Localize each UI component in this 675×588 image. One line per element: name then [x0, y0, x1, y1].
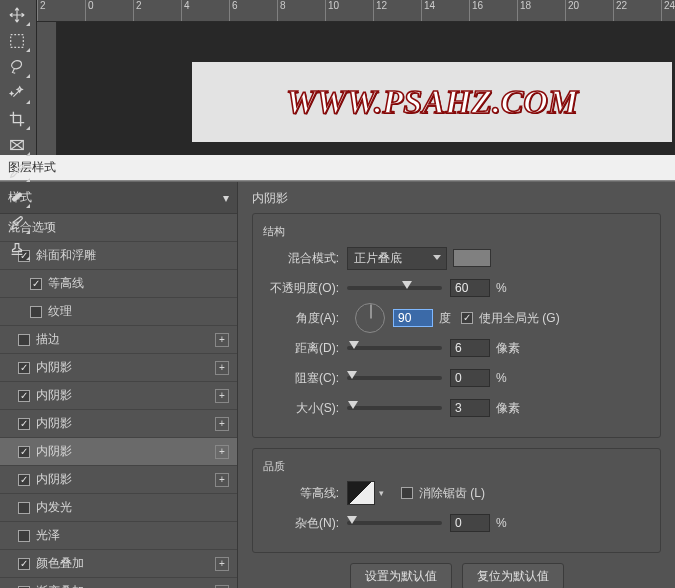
- marquee-tool[interactable]: [3, 29, 31, 53]
- fx-add-button[interactable]: +: [215, 585, 229, 589]
- style-label: 内阴影: [36, 415, 72, 432]
- fx-add-button[interactable]: +: [215, 361, 229, 375]
- style-label: 内阴影: [36, 359, 72, 376]
- contour-picker[interactable]: [347, 481, 375, 505]
- style-checkbox[interactable]: [18, 362, 30, 374]
- effect-title: 内阴影: [252, 190, 661, 207]
- brush-tool[interactable]: [3, 211, 31, 235]
- fx-add-button[interactable]: +: [215, 389, 229, 403]
- angle-input[interactable]: [393, 309, 433, 327]
- style-label: 描边: [36, 331, 60, 348]
- style-checkbox[interactable]: [18, 530, 30, 542]
- svg-point-3: [14, 198, 15, 199]
- dialog-title: 图层样式: [0, 155, 675, 181]
- shadow-color-chip[interactable]: [453, 249, 491, 267]
- blend-mode-select[interactable]: 正片叠底: [347, 247, 447, 270]
- structure-group: 结构 混合模式: 正片叠底 不透明度(O): % 角度(A): 度 使用全局光 …: [252, 213, 661, 438]
- stamp-tool[interactable]: [3, 237, 31, 261]
- style-label: 斜面和浮雕: [36, 247, 96, 264]
- style-label: 等高线: [48, 275, 84, 292]
- antialias-checkbox[interactable]: [401, 487, 413, 499]
- style-row-内阴影[interactable]: 内阴影+: [0, 382, 237, 410]
- styles-list-panel: 样式 ▾ 混合选项斜面和浮雕等高线纹理描边+内阴影+内阴影+内阴影+内阴影+内阴…: [0, 182, 238, 588]
- move-tool[interactable]: [3, 3, 31, 27]
- contour-dropdown-icon[interactable]: ▾: [379, 488, 391, 498]
- style-label: 纹理: [48, 303, 72, 320]
- crop-tool[interactable]: [3, 107, 31, 131]
- artboard[interactable]: WWW.PSAHZ.COM: [192, 62, 672, 142]
- style-label: 内阴影: [36, 443, 72, 460]
- style-row-内阴影[interactable]: 内阴影+: [0, 410, 237, 438]
- choke-input[interactable]: [450, 369, 490, 387]
- magic-wand-tool[interactable]: [3, 81, 31, 105]
- style-checkbox[interactable]: [18, 418, 30, 430]
- distance-input[interactable]: [450, 339, 490, 357]
- ruler-horizontal: 202468101214161820222426: [37, 0, 675, 22]
- artboard-text: WWW.PSAHZ.COM: [286, 83, 578, 121]
- style-checkbox[interactable]: [18, 474, 30, 486]
- style-checkbox[interactable]: [18, 334, 30, 346]
- style-label: 内阴影: [36, 471, 72, 488]
- size-slider[interactable]: [347, 406, 442, 410]
- fx-add-button[interactable]: +: [215, 333, 229, 347]
- svg-point-4: [16, 196, 17, 197]
- style-label: 渐变叠加: [36, 583, 84, 588]
- style-row-纹理[interactable]: 纹理: [0, 298, 237, 326]
- style-row-内阴影[interactable]: 内阴影+: [0, 466, 237, 494]
- size-input[interactable]: [450, 399, 490, 417]
- style-label: 光泽: [36, 527, 60, 544]
- opacity-slider[interactable]: [347, 286, 442, 290]
- fx-add-button[interactable]: +: [215, 445, 229, 459]
- style-row-颜色叠加[interactable]: 颜色叠加+: [0, 550, 237, 578]
- lasso-tool[interactable]: [3, 55, 31, 79]
- choke-slider[interactable]: [347, 376, 442, 380]
- style-label: 颜色叠加: [36, 555, 84, 572]
- toolbox: [0, 0, 37, 155]
- ruler-vertical: [37, 22, 57, 155]
- style-label: 内阴影: [36, 387, 72, 404]
- style-row-内发光[interactable]: 内发光: [0, 494, 237, 522]
- style-row-渐变叠加[interactable]: 渐变叠加+: [0, 578, 237, 588]
- eyedropper-tool[interactable]: [3, 159, 31, 183]
- noise-slider[interactable]: [347, 521, 442, 525]
- distance-slider[interactable]: [347, 346, 442, 350]
- reset-default-button[interactable]: 复位为默认值: [462, 563, 564, 588]
- svg-rect-0: [11, 35, 24, 48]
- healing-tool[interactable]: [3, 185, 31, 209]
- settings-panel: 内阴影 结构 混合模式: 正片叠底 不透明度(O): % 角度(A): 度: [238, 182, 675, 588]
- style-row-光泽[interactable]: 光泽: [0, 522, 237, 550]
- style-row-斜面和浮雕[interactable]: 斜面和浮雕: [0, 242, 237, 270]
- set-default-button[interactable]: 设置为默认值: [350, 563, 452, 588]
- fx-add-button[interactable]: +: [215, 473, 229, 487]
- style-row-等高线[interactable]: 等高线: [0, 270, 237, 298]
- style-checkbox[interactable]: [30, 278, 42, 290]
- style-row-内阴影[interactable]: 内阴影+: [0, 354, 237, 382]
- style-label: 内发光: [36, 499, 72, 516]
- canvas-area: 202468101214161820222426 WWW.PSAHZ.COM: [37, 0, 675, 155]
- quality-group: 品质 等高线: ▾ 消除锯齿 (L) 杂色(N): %: [252, 448, 661, 553]
- style-checkbox[interactable]: [18, 390, 30, 402]
- fx-add-button[interactable]: +: [215, 557, 229, 571]
- style-row-混合选项[interactable]: 混合选项: [0, 214, 237, 242]
- style-checkbox[interactable]: [18, 558, 30, 570]
- global-light-checkbox[interactable]: [461, 312, 473, 324]
- slice-tool[interactable]: [3, 133, 31, 157]
- style-row-内阴影[interactable]: 内阴影+: [0, 438, 237, 466]
- style-checkbox[interactable]: [30, 306, 42, 318]
- fx-add-button[interactable]: +: [215, 417, 229, 431]
- opacity-input[interactable]: [450, 279, 490, 297]
- svg-point-5: [19, 195, 20, 196]
- style-row-描边[interactable]: 描边+: [0, 326, 237, 354]
- angle-dial[interactable]: [355, 303, 385, 333]
- style-checkbox[interactable]: [18, 502, 30, 514]
- styles-menu-icon[interactable]: ▾: [211, 191, 229, 205]
- noise-input[interactable]: [450, 514, 490, 532]
- style-checkbox[interactable]: [18, 446, 30, 458]
